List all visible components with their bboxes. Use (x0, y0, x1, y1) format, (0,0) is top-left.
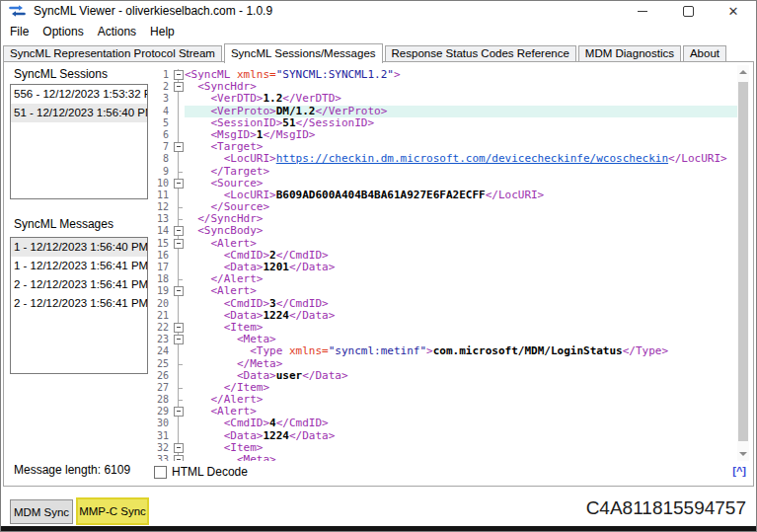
code-segment: </CmdID> (276, 418, 329, 429)
code-text: </Alert> (185, 273, 737, 285)
fold-collapse-icon[interactable] (174, 455, 184, 461)
fold-toggle[interactable] (172, 334, 185, 345)
tab-syncml-representation-protocol-stream[interactable]: SyncML Representation Protocol Stream (3, 45, 222, 62)
code-text: <SyncML xmlns="SYNCML:SYNCML1.2"> (185, 69, 737, 81)
maximize-button[interactable] (665, 1, 711, 22)
fold-toggle[interactable] (172, 225, 185, 237)
checkin-url-link[interactable]: https://checkin.dm.microsoft.com/devicec… (276, 153, 668, 165)
fold-collapse-icon[interactable] (174, 323, 184, 333)
code-line: 15 <Alert> (149, 238, 737, 250)
fold-toggle[interactable] (172, 454, 185, 461)
line-number: 6 (149, 129, 172, 141)
tab-strip: SyncML Representation Protocol StreamSyn… (3, 42, 754, 62)
code-segment: user (276, 370, 303, 382)
line-number: 11 (149, 190, 172, 201)
fold-toggle[interactable] (172, 178, 185, 190)
scroll-down-arrow-icon[interactable] (737, 447, 749, 461)
code-text: <Data>user</Data> (185, 370, 737, 382)
scroll-up-arrow-icon[interactable] (737, 65, 749, 79)
tab-mdm-diagnostics[interactable]: MDM Diagnostics (578, 45, 681, 62)
fold-toggle[interactable] (172, 141, 185, 153)
message-list-item[interactable]: 2 - 12/12/2023 1:56:41 PM (11, 275, 147, 294)
line-number: 8 (149, 153, 172, 165)
code-text: <Alert> (185, 285, 737, 297)
fold-toggle[interactable] (172, 322, 185, 334)
code-segment: </Meta> (185, 358, 282, 370)
code-text: <SyncHdr> (185, 81, 737, 93)
code-segment: </CmdID> (276, 250, 329, 262)
tab-response-status-codes-reference[interactable]: Response Status Codes Reference (385, 45, 576, 62)
sessions-listbox[interactable]: 556 - 12/12/2023 1:53:32 PM51 - 12/12/20… (10, 84, 148, 199)
code-segment: </VerDTD> (282, 93, 341, 105)
fold-toggle[interactable] (172, 285, 185, 297)
menu-item-help[interactable]: Help (143, 23, 182, 40)
code-segment: </MsgID> (263, 129, 315, 141)
minimize-button[interactable] (620, 1, 665, 22)
code-line: 4 <VerProto>DM/1.2</VerProto> (149, 106, 737, 117)
mdm-sync-button[interactable]: MDM Sync (10, 499, 73, 524)
fold-collapse-icon[interactable] (174, 239, 184, 249)
code-segment: <MsgID> (185, 129, 257, 141)
fold-collapse-icon[interactable] (174, 443, 184, 453)
code-text: <CmdID>2</CmdID> (185, 250, 737, 262)
menu-item-actions[interactable]: Actions (91, 23, 143, 40)
close-button[interactable]: ✕ (711, 1, 756, 22)
fold-guide (172, 153, 185, 165)
code-text: <Data>1224</Data> (185, 310, 737, 322)
fold-collapse-icon[interactable] (174, 226, 184, 236)
line-number: 29 (149, 406, 172, 418)
fold-collapse-icon[interactable] (174, 142, 184, 152)
line-number: 2 (149, 81, 172, 93)
menu-item-file[interactable]: File (3, 23, 36, 40)
fold-guide (172, 310, 185, 322)
fold-collapse-icon[interactable] (174, 70, 184, 80)
fold-collapse-icon[interactable] (174, 286, 184, 296)
fold-collapse-icon[interactable] (174, 179, 184, 189)
fold-toggle[interactable] (172, 81, 185, 93)
code-segment: </Alert> (185, 394, 263, 406)
code-text: <SyncBody> (185, 225, 737, 237)
code-segment: <SyncHdr> (185, 81, 257, 93)
fold-collapse-icon[interactable] (174, 335, 184, 344)
scroll-to-top-link[interactable]: [^] (732, 465, 746, 477)
fold-toggle[interactable] (172, 442, 185, 454)
code-line: 12 </Source> (149, 201, 737, 213)
fold-collapse-icon[interactable] (174, 82, 184, 92)
mmpc-sync-button[interactable]: MMP-C Sync (76, 497, 149, 525)
line-number: 30 (149, 418, 172, 429)
menu-item-options[interactable]: Options (36, 23, 90, 40)
code-line: 25 </Meta> (149, 358, 737, 370)
line-number: 7 (149, 141, 172, 153)
code-segment: <LocURI> (185, 190, 276, 201)
code-segment: 4 (269, 418, 276, 429)
tab-syncml-sessions-messages[interactable]: SyncML Sessions/Messages (224, 43, 383, 63)
fold-toggle[interactable] (172, 238, 185, 250)
minimize-icon (638, 11, 647, 12)
syncml-code-editor[interactable]: 1<SyncML xmlns="SYNCML:SYNCML1.2">2 <Syn… (149, 65, 749, 461)
session-list-item[interactable]: 51 - 12/12/2023 1:56:40 PM (11, 104, 147, 122)
code-text: <VerProto>DM/1.2</VerProto> (185, 106, 737, 117)
fold-toggle[interactable] (172, 69, 185, 81)
message-list-item[interactable]: 2 - 12/12/2023 1:56:41 PM (11, 294, 147, 313)
message-list-item[interactable]: 1 - 12/12/2023 1:56:41 PM (11, 257, 147, 275)
code-line: 31 <Data>1224</Data> (149, 430, 737, 442)
fold-guide (172, 358, 185, 370)
fold-toggle[interactable] (172, 406, 185, 418)
code-text: <Meta> (185, 454, 737, 461)
tab-about[interactable]: About (683, 45, 726, 62)
messages-listbox[interactable]: 1 - 12/12/2023 1:56:40 PM1 - 12/12/2023 … (10, 237, 148, 374)
fold-guide (172, 166, 185, 178)
code-segment: 1.2 (263, 93, 282, 105)
session-list-item[interactable]: 556 - 12/12/2023 1:53:32 PM (11, 85, 147, 104)
fold-collapse-icon[interactable] (174, 407, 184, 417)
html-decode-checkbox[interactable] (154, 466, 167, 479)
message-list-item[interactable]: 1 - 12/12/2023 1:56:40 PM (11, 238, 147, 257)
fold-guide (172, 106, 185, 117)
line-number: 15 (149, 238, 172, 250)
code-segment: <Alert> (185, 406, 257, 418)
editor-scrollbar[interactable] (737, 65, 749, 461)
code-line: 1<SyncML xmlns="SYNCML:SYNCML1.2"> (149, 69, 737, 81)
code-segment: > (394, 69, 401, 81)
fold-guide (172, 250, 185, 262)
scrollbar-thumb[interactable] (738, 82, 748, 441)
